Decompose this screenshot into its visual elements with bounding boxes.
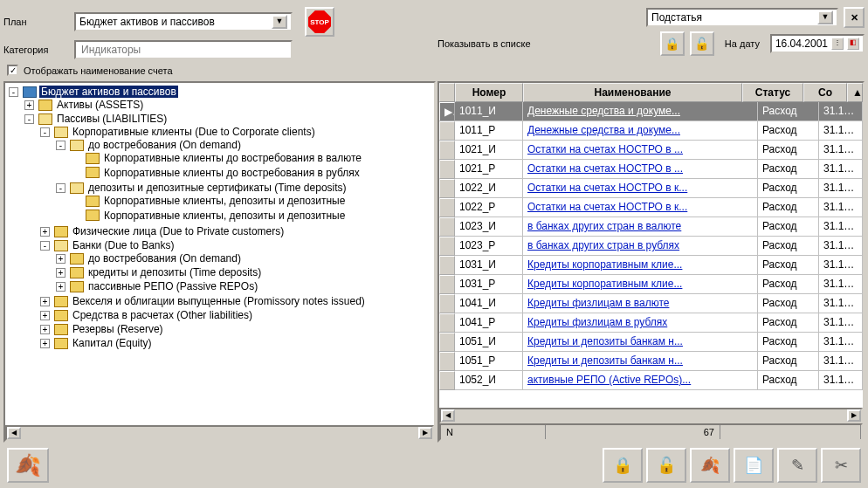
table-row[interactable]: ▶1011_ИДенежные средства и докуме...Расх… <box>439 102 863 121</box>
grid-body[interactable]: ▶1011_ИДенежные средства и докуме...Расх… <box>439 102 863 408</box>
leaf-toolbar-button[interactable]: 🍂 <box>690 448 730 483</box>
expand-toggle[interactable]: + <box>56 268 65 278</box>
scroll-right-icon[interactable]: ▶ <box>847 409 861 422</box>
tree-node[interactable]: -депозиты и депозитные сертификаты (Time… <box>56 182 348 194</box>
table-row[interactable]: 1011_РДенежные средства и докуме...Расхо… <box>439 121 863 141</box>
leaf-button-left[interactable]: 🍂 <box>7 448 49 483</box>
expand-toggle[interactable] <box>72 154 81 163</box>
cell-name-link[interactable]: в банках других стран в рублях <box>523 237 758 256</box>
table-row[interactable]: 1031_РКредиты корпоративным клие...Расхо… <box>439 275 863 294</box>
tree-node[interactable]: -Банки (Due to Banks) <box>40 239 176 251</box>
lock-open-button[interactable]: 🔓 <box>690 31 714 56</box>
expand-toggle[interactable]: - <box>40 241 50 251</box>
cell-name-link[interactable]: Остатки на счетах НОСТРО в к... <box>523 179 758 198</box>
table-row[interactable]: 1052_Иактивные РЕПО (Active REPOs)...Рас… <box>439 371 863 390</box>
tree-node[interactable]: Корпоративные клиенты до востребования в… <box>72 167 362 179</box>
tree-panel[interactable]: -Бюджет активов и пассивов+Активы (ASSET… <box>3 81 436 443</box>
filter-dropdown[interactable]: Подстатья ▼ <box>646 8 838 27</box>
cell-name-link[interactable]: Денежные средства и докуме... <box>523 121 758 141</box>
cell-name-link[interactable]: Остатки на счетах НОСТРО в ... <box>523 141 758 160</box>
scroll-left-icon[interactable]: ◀ <box>7 427 21 439</box>
tree-node[interactable]: +Физические лица (Due to Private custome… <box>40 225 286 237</box>
table-row[interactable]: 1023_Ив банках других стран в валютеРасх… <box>439 217 863 237</box>
cell-name-link[interactable]: активные РЕПО (Active REPOs)... <box>523 371 758 390</box>
col-header-name[interactable]: Наименование <box>523 83 742 102</box>
cell-name-link[interactable]: Денежные средства и докуме... <box>523 102 758 121</box>
tree-node[interactable]: -Пассивы (LIABILITIES) <box>24 113 169 125</box>
cell-name-link[interactable]: Кредиты физлицам в рублях <box>523 313 758 333</box>
tree-node[interactable]: +до востребования (On demand) <box>56 252 243 265</box>
col-header-status[interactable]: Статус <box>742 83 803 102</box>
table-row[interactable]: 1021_РОстатки на счетах НОСТРО в ...Расх… <box>439 160 863 179</box>
cut-button[interactable]: ✂ <box>821 448 861 483</box>
category-input[interactable]: Индикаторы <box>74 40 293 59</box>
cell-name-link[interactable]: Кредиты и депозиты банкам н... <box>523 333 758 352</box>
tree-node[interactable]: +Активы (ASSETS) <box>24 99 145 111</box>
tree-node[interactable]: +кредиты и депозиты (Time deposits) <box>56 266 263 278</box>
date-spinner-icon[interactable]: ⋮ <box>831 38 844 50</box>
table-row[interactable]: 1022_ИОстатки на счетах НОСТРО в к...Рас… <box>439 179 863 198</box>
cell-date: 31.12.1 <box>819 275 863 294</box>
calendar-icon[interactable]: ◧ <box>847 38 859 50</box>
tree-node[interactable]: +Средства в расчетах (Other liabilities) <box>40 309 254 321</box>
tree-node[interactable]: +Резервы (Reserve) <box>40 323 165 335</box>
table-row[interactable]: 1051_ИКредиты и депозиты банкам н...Расх… <box>439 333 863 352</box>
tree-node[interactable]: Корпоративные клиенты, депозиты и депози… <box>72 210 347 222</box>
table-row[interactable]: 1023_Рв банках других стран в рубляхРасх… <box>439 237 863 256</box>
lock-closed-toolbar-button[interactable]: 🔒 <box>603 448 643 483</box>
cell-name-link[interactable]: Кредиты корпоративным клие... <box>523 275 758 294</box>
scroll-right-icon[interactable]: ▶ <box>418 427 432 439</box>
expand-toggle[interactable]: + <box>56 254 65 264</box>
chevron-down-icon[interactable]: ▼ <box>272 15 287 29</box>
expand-toggle[interactable] <box>72 196 81 206</box>
show-names-checkbox[interactable]: ✓ <box>7 65 18 76</box>
cell-name-link[interactable]: Кредиты физлицам в валюте <box>523 294 758 313</box>
expand-toggle[interactable]: - <box>56 183 65 193</box>
tree-node[interactable]: -Бюджет активов и пассивов <box>9 86 178 98</box>
cell-name-link[interactable]: Остатки на счетах НОСТРО в ... <box>523 160 758 179</box>
table-row[interactable]: 1051_РКредиты и депозиты банкам н...Расх… <box>439 352 863 371</box>
table-row[interactable]: 1031_ИКредиты корпоративным клие...Расхо… <box>439 256 863 275</box>
expand-toggle[interactable]: + <box>56 282 65 292</box>
expand-toggle[interactable]: + <box>40 325 50 334</box>
table-row[interactable]: 1021_ИОстатки на счетах НОСТРО в ...Расх… <box>439 141 863 160</box>
expand-toggle[interactable]: - <box>24 114 34 124</box>
expand-toggle[interactable]: + <box>40 311 50 320</box>
expand-toggle[interactable]: - <box>9 87 18 97</box>
expand-toggle[interactable]: + <box>24 100 34 110</box>
scroll-left-icon[interactable]: ◀ <box>441 409 455 422</box>
cell-name-link[interactable]: Кредиты и депозиты банкам н... <box>523 352 758 371</box>
tree-node[interactable]: +Капитал (Equity) <box>40 337 154 349</box>
tree-node[interactable]: Корпоративные клиенты, депозиты и депози… <box>72 195 347 207</box>
expand-toggle[interactable] <box>72 210 81 220</box>
tree-node[interactable]: Корпоративные клиенты до востребования в… <box>72 152 363 164</box>
plan-dropdown[interactable]: Бюджет активов и пассивов ▼ <box>74 12 293 31</box>
expand-toggle[interactable]: - <box>40 127 50 137</box>
table-row[interactable]: 1041_РКредиты физлицам в рубляхРасход31.… <box>439 313 863 333</box>
expand-toggle[interactable]: + <box>40 227 50 237</box>
table-row[interactable]: 1041_ИКредиты физлицам в валютеРасход31.… <box>439 294 863 313</box>
row-marker-header[interactable] <box>439 83 455 102</box>
cell-name-link[interactable]: в банках других стран в валюте <box>523 217 758 237</box>
expand-toggle[interactable] <box>72 168 81 177</box>
cell-name-link[interactable]: Остатки на счетах НОСТРО в к... <box>523 198 758 217</box>
tree-node[interactable]: -Корпоративные клиенты (Due to Corporate… <box>40 126 317 138</box>
stop-button[interactable]: STOP <box>305 7 334 37</box>
table-row[interactable]: 1022_РОстатки на счетах НОСТРО в к...Рас… <box>439 198 863 217</box>
document-button[interactable]: 📄 <box>734 448 774 483</box>
tree-node[interactable]: -до востребования (On demand) <box>56 139 243 151</box>
chevron-down-icon[interactable]: ▼ <box>817 10 833 24</box>
close-button[interactable]: ✕ <box>844 7 865 28</box>
tree-node[interactable]: +пассивные РЕПО (Passive REPOs) <box>56 280 259 292</box>
expand-toggle[interactable]: + <box>40 297 50 306</box>
col-header-date[interactable]: Со <box>803 83 847 102</box>
tree-node[interactable]: +Векселя и облигации выпущенные (Promiss… <box>40 295 367 307</box>
expand-toggle[interactable]: + <box>40 339 50 348</box>
cell-name-link[interactable]: Кредиты корпоративным клие... <box>523 256 758 275</box>
lock-closed-button[interactable]: 🔒 <box>660 31 685 56</box>
expand-toggle[interactable]: - <box>56 141 65 150</box>
col-header-number[interactable]: Номер <box>455 83 523 102</box>
edit-button[interactable]: ✎ <box>777 448 817 483</box>
lock-open-toolbar-button[interactable]: 🔓 <box>646 448 686 483</box>
date-input[interactable]: 16.04.2001 ⋮ ◧ <box>770 34 865 53</box>
